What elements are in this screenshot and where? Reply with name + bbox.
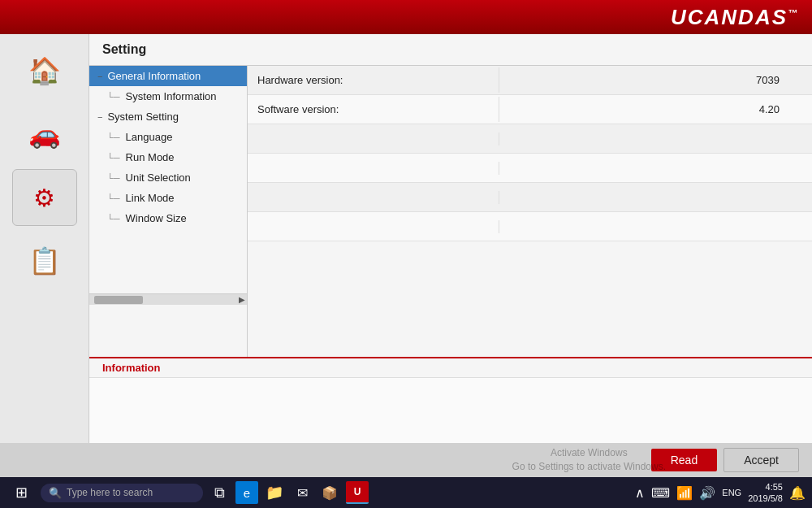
tree-item-link-mode[interactable]: └─ Link Mode <box>89 188 247 208</box>
content-area: Setting − General Information └─ System … <box>89 34 812 443</box>
taskbar-explorer-icon[interactable]: 📁 <box>263 481 286 504</box>
data-row-empty-2 <box>248 154 812 183</box>
start-button[interactable]: ⊞ <box>6 478 36 507</box>
sidebar-item-home[interactable]: 🏠 <box>12 42 77 99</box>
app-logo: UCANDAS™ <box>671 5 799 30</box>
info-content <box>89 378 812 443</box>
bottom-bar: Activate Windows Go to Settings to activ… <box>0 443 812 477</box>
report-icon: 📋 <box>28 245 61 276</box>
sidebar-item-car[interactable]: 🚗 <box>12 106 77 163</box>
scrollbar-thumb <box>94 296 143 304</box>
taskbar-clock: 4:55 2019/5/8 <box>748 481 783 505</box>
software-value: 4.20 <box>499 97 812 122</box>
sidebar-item-settings[interactable]: ⚙ <box>12 169 77 226</box>
tree-item-unit-selection[interactable]: └─ Unit Selection <box>89 167 247 188</box>
tree-panel: − General Information └─ System Informat… <box>89 66 248 357</box>
top-bar: UCANDAS™ <box>0 0 812 34</box>
data-row-empty-4 <box>248 212 812 241</box>
taskbar-edge-icon[interactable]: e <box>235 481 258 504</box>
home-icon: 🏠 <box>28 55 61 86</box>
gear-icon: ⚙ <box>33 184 55 212</box>
taskbar-system-icons: ∧ ⌨ 📶 🔊 ENG 4:55 2019/5/8 🔔 <box>635 481 806 505</box>
main-layout: 🏠 🚗 ⚙ 📋 Setting <box>0 34 812 443</box>
taskbar-app5-icon[interactable]: 📦 <box>318 481 341 504</box>
sidebar: 🏠 🚗 ⚙ 📋 <box>0 34 89 443</box>
data-row-empty-3 <box>248 183 812 212</box>
data-row-empty-1 <box>248 124 812 154</box>
hardware-value: 7039 <box>499 67 812 93</box>
car-icon: 🚗 <box>28 119 61 150</box>
network-icon[interactable]: 📶 <box>676 485 693 501</box>
tree-item-window-size[interactable]: └─ Window Size <box>89 208 247 228</box>
info-section: Information <box>89 357 812 443</box>
taskbar-mail-icon[interactable]: ✉ <box>291 481 313 504</box>
setting-header: Setting <box>89 34 812 66</box>
software-label: Software version: <box>248 97 499 122</box>
tree-item-general-info[interactable]: − General Information <box>89 66 247 86</box>
scroll-right-arrow[interactable]: ▶ <box>239 295 245 304</box>
tree-item-language[interactable]: └─ Language <box>89 127 247 147</box>
chevron-up-icon[interactable]: ∧ <box>635 485 645 501</box>
tree-item-run-mode[interactable]: └─ Run Mode <box>89 147 247 167</box>
data-row-software: Software version: 4.20 <box>248 95 812 124</box>
data-panel: Hardware version: 7039 Software version:… <box>248 66 812 357</box>
taskbar-search-box[interactable]: 🔍 Type here to search <box>41 484 203 502</box>
taskbar: ⊞ 🔍 Type here to search ⧉ e 📁 ✉ 📦 U ∧ ⌨ … <box>0 477 812 508</box>
sidebar-item-report[interactable]: 📋 <box>12 232 77 289</box>
setting-body: − General Information └─ System Informat… <box>89 66 812 357</box>
tree-item-system-setting[interactable]: − System Setting <box>89 106 247 127</box>
tree-item-system-info[interactable]: └─ System Information <box>89 86 247 106</box>
info-label: Information <box>89 358 812 378</box>
volume-icon[interactable]: 🔊 <box>699 485 715 501</box>
keyboard-icon[interactable]: ⌨ <box>651 485 670 501</box>
tree-horizontal-scrollbar[interactable]: ▶ <box>89 293 247 305</box>
accept-button[interactable]: Accept <box>723 448 799 472</box>
hardware-label: Hardware version: <box>248 67 499 93</box>
ime-icon[interactable]: ENG <box>722 488 741 497</box>
search-icon: 🔍 <box>49 487 62 499</box>
data-row-hardware: Hardware version: 7039 <box>248 66 812 95</box>
taskbar-ucandas-icon[interactable]: U <box>346 481 369 504</box>
activate-windows-watermark: Activate Windows Go to Settings to activ… <box>512 446 666 474</box>
taskbar-multitask-icon[interactable]: ⧉ <box>208 481 231 504</box>
notification-icon[interactable]: 🔔 <box>789 485 806 501</box>
